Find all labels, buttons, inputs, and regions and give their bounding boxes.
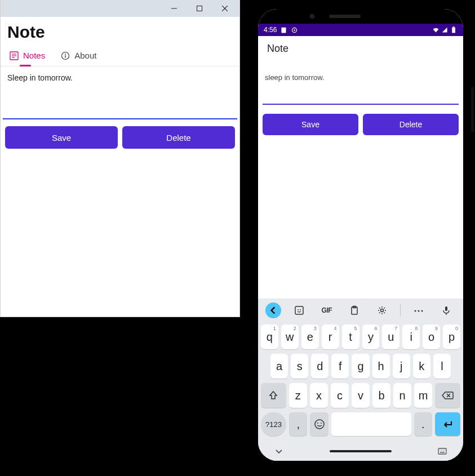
info-icon xyxy=(61,51,70,60)
comma-key[interactable]: , xyxy=(289,412,307,436)
svg-rect-1 xyxy=(197,6,202,11)
key-f[interactable]: f xyxy=(331,354,349,379)
wifi-icon xyxy=(432,26,440,34)
svg-point-18 xyxy=(300,309,301,310)
gif-button[interactable]: GIF xyxy=(317,301,336,320)
tab-about[interactable]: About xyxy=(61,45,96,66)
key-a[interactable]: a xyxy=(270,354,288,379)
key-e[interactable]: e3 xyxy=(301,324,319,349)
tab-notes[interactable]: Notes xyxy=(10,45,45,66)
svg-rect-11 xyxy=(282,27,286,33)
save-button[interactable]: Save xyxy=(5,126,118,149)
symbols-key[interactable]: ?123 xyxy=(261,412,286,436)
svg-point-9 xyxy=(65,54,66,55)
key-p[interactable]: p0 xyxy=(443,324,460,349)
front-camera xyxy=(310,14,314,19)
svg-point-27 xyxy=(321,422,322,424)
key-i[interactable]: i8 xyxy=(402,324,420,349)
keyboard-row-4: ?123 , . xyxy=(258,410,463,438)
backspace-key[interactable] xyxy=(435,383,460,408)
button-row: Save Delete xyxy=(1,122,239,153)
key-r[interactable]: r4 xyxy=(322,324,339,349)
key-t[interactable]: t5 xyxy=(342,324,359,349)
shift-key[interactable] xyxy=(261,383,286,408)
close-button[interactable] xyxy=(212,1,237,16)
note-area xyxy=(1,66,239,122)
key-v[interactable]: v xyxy=(352,383,370,408)
svg-point-17 xyxy=(298,309,299,310)
key-l[interactable]: l xyxy=(433,354,451,379)
key-k[interactable]: k xyxy=(413,354,430,379)
phone-device: 4:56 Note Save Delete xyxy=(251,2,470,468)
phone-speaker xyxy=(329,15,361,18)
phone-note-input[interactable] xyxy=(263,62,459,105)
key-b[interactable]: b xyxy=(372,383,390,408)
soft-keyboard: GIF ⋯ q1w2e3r4t5y6u7i8o9p0 asdfghjkl xyxy=(258,299,463,442)
notes-icon xyxy=(10,51,19,60)
phone-notch xyxy=(258,9,463,24)
key-m[interactable]: m xyxy=(414,383,432,408)
key-y[interactable]: y6 xyxy=(362,324,380,349)
key-o[interactable]: o9 xyxy=(423,324,440,349)
tab-about-label: About xyxy=(74,51,96,60)
nav-home-pill[interactable] xyxy=(330,450,392,452)
desktop-window: Note Notes About Save Delete xyxy=(0,0,240,317)
key-j[interactable]: j xyxy=(393,354,410,379)
svg-rect-16 xyxy=(295,306,303,314)
status-time: 4:56 xyxy=(264,26,277,34)
tab-notes-label: Notes xyxy=(23,51,45,60)
nav-down-icon[interactable] xyxy=(274,446,284,456)
more-icon[interactable]: ⋯ xyxy=(409,301,428,320)
battery-icon xyxy=(450,26,458,34)
tabbar: Notes About xyxy=(1,45,239,66)
phone-app-title: Note xyxy=(258,36,463,61)
svg-point-13 xyxy=(294,29,295,30)
keyboard-back-button[interactable] xyxy=(265,302,281,318)
keyboard-row-3: zxcvbnm xyxy=(258,381,463,410)
minimize-button[interactable] xyxy=(161,1,187,16)
key-s[interactable]: s xyxy=(291,354,308,379)
key-c[interactable]: c xyxy=(331,383,349,408)
svg-rect-14 xyxy=(452,27,455,33)
period-key[interactable]: . xyxy=(414,412,432,436)
enter-key[interactable] xyxy=(435,412,460,436)
key-d[interactable]: d xyxy=(311,354,328,379)
phone-content: Save Delete xyxy=(258,61,463,299)
svg-point-25 xyxy=(315,420,324,429)
clipboard-icon[interactable] xyxy=(345,301,364,320)
keyboard-toolbar: GIF ⋯ xyxy=(258,299,463,322)
note-input[interactable] xyxy=(3,69,237,119)
key-x[interactable]: x xyxy=(310,383,328,408)
keyboard-row-2: asdfghjkl xyxy=(258,352,463,381)
keyboard-switch-icon[interactable] xyxy=(437,446,447,456)
phone-screen: 4:56 Note Save Delete xyxy=(258,9,463,461)
notification-icon xyxy=(280,26,287,34)
key-w[interactable]: w2 xyxy=(281,324,299,349)
key-n[interactable]: n xyxy=(393,383,411,408)
mic-icon[interactable] xyxy=(437,301,456,320)
app-title: Note xyxy=(1,17,239,45)
svg-rect-22 xyxy=(445,306,447,311)
notification2-icon xyxy=(291,26,298,34)
maximize-button[interactable] xyxy=(187,1,212,16)
svg-point-21 xyxy=(381,309,384,312)
sticker-icon[interactable] xyxy=(290,301,309,320)
key-h[interactable]: h xyxy=(372,354,390,379)
svg-point-26 xyxy=(317,422,318,424)
key-u[interactable]: u7 xyxy=(382,324,399,349)
key-z[interactable]: z xyxy=(289,383,307,408)
key-g[interactable]: g xyxy=(352,354,369,379)
settings-icon[interactable] xyxy=(372,301,392,320)
svg-rect-15 xyxy=(453,26,454,28)
phone-save-button[interactable]: Save xyxy=(263,114,358,135)
key-q[interactable]: q1 xyxy=(261,324,278,349)
emoji-key[interactable] xyxy=(310,412,328,436)
android-navbar xyxy=(258,442,463,461)
phone-button-row: Save Delete xyxy=(263,107,459,135)
space-key[interactable] xyxy=(331,412,411,436)
svg-rect-28 xyxy=(438,448,446,454)
phone-delete-button[interactable]: Delete xyxy=(363,114,459,135)
titlebar xyxy=(1,0,239,17)
toolbar-separator xyxy=(400,304,401,317)
delete-button[interactable]: Delete xyxy=(122,126,235,149)
